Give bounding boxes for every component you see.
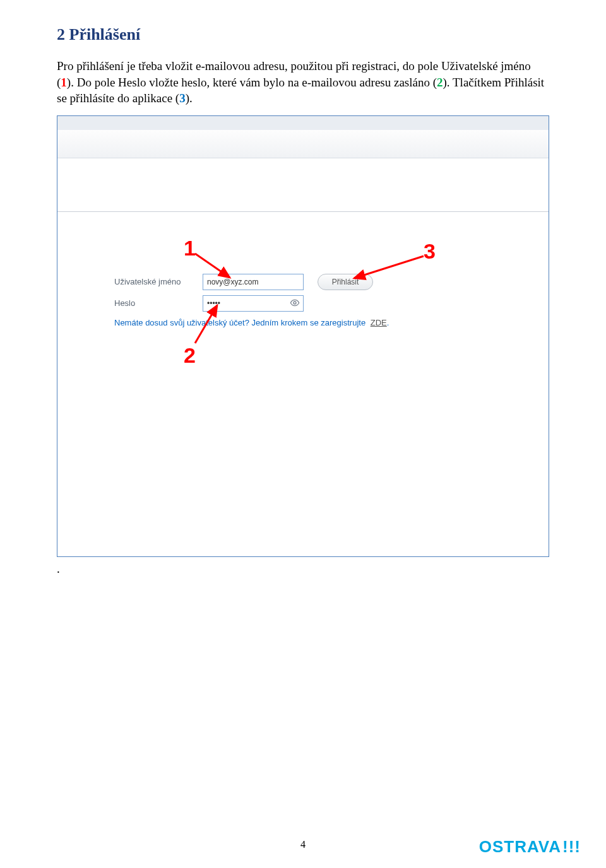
annotation-number-2: 2 xyxy=(184,343,196,368)
arrow-1 xyxy=(195,254,246,288)
brand-logo: OSTRAVA!!! xyxy=(479,837,581,857)
login-form: Uživatelské jméno Přihlásit Heslo xyxy=(114,274,389,327)
screenshot-box: Uživatelské jméno Přihlásit Heslo xyxy=(57,115,549,557)
page: 2 Přihlášení Pro přihlášení je třeba vlo… xyxy=(0,0,606,868)
window-header-band xyxy=(57,158,549,212)
window-toolbar-band xyxy=(57,130,549,158)
section-heading: 2 Přihlášení xyxy=(57,25,549,44)
brand-bangs: !!! xyxy=(562,837,581,857)
ref-1: 1 xyxy=(61,76,67,89)
username-row: Uživatelské jméno Přihlásit xyxy=(114,274,389,290)
svg-line-2 xyxy=(195,305,217,343)
intro-paragraph: Pro přihlášení je třeba vložit e-mailovo… xyxy=(57,58,549,107)
ref-3: 3 xyxy=(179,91,186,105)
para-text: ). xyxy=(186,91,193,105)
page-number: 4 xyxy=(300,839,306,850)
register-suffix: . xyxy=(387,318,389,327)
register-line: Nemáte dosud svůj uživatelský účet? Jedn… xyxy=(114,318,389,327)
trailing-dot: . xyxy=(57,562,549,576)
svg-line-3 xyxy=(354,256,424,278)
brand-text: OSTRAVA xyxy=(479,837,561,857)
window-titlebar-band xyxy=(57,116,549,130)
arrow-3 xyxy=(354,256,430,290)
ref-2: 2 xyxy=(437,76,443,89)
password-row: Heslo xyxy=(114,295,389,312)
register-link[interactable]: ZDE xyxy=(371,318,387,327)
username-label: Uživatelské jméno xyxy=(114,277,203,286)
arrow-2 xyxy=(195,305,246,352)
svg-line-1 xyxy=(195,254,230,278)
annotation-number-1: 1 xyxy=(184,236,196,261)
password-label: Heslo xyxy=(114,298,203,308)
para-text: ). Do pole Heslo vložte heslo, které vám… xyxy=(67,76,437,89)
